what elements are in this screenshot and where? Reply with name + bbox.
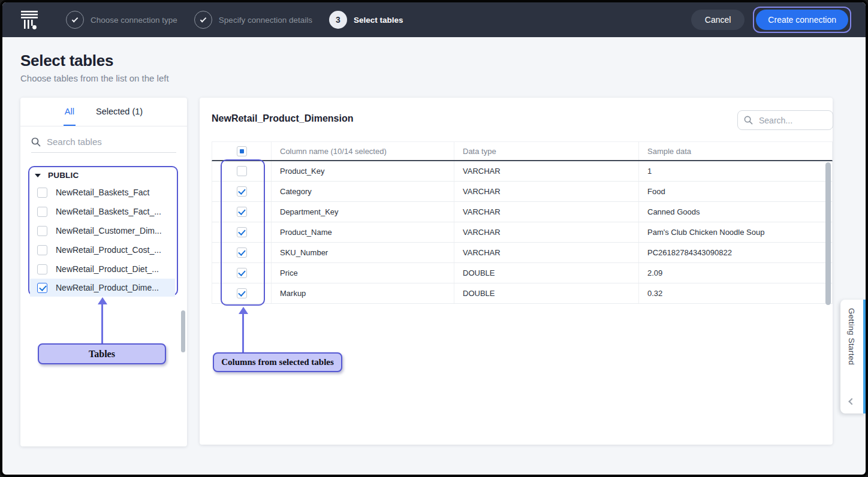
column-row[interactable]: Markup DOUBLE 0.32 (212, 283, 833, 304)
getting-started-tab[interactable]: Getting Started (840, 300, 866, 413)
column-name-cell: Price (272, 263, 454, 283)
tables-annotation-arrowhead (98, 297, 107, 304)
top-navbar: Choose connection type Specify connectio… (2, 2, 866, 37)
schema-node-public[interactable]: PUBLIC (35, 171, 79, 180)
column-name-cell: Product_Key (272, 161, 454, 181)
column-row[interactable]: Price DOUBLE 2.09 (212, 263, 833, 283)
step2-check-icon (194, 11, 212, 29)
column-checkbox[interactable] (237, 186, 247, 197)
search-tables-field[interactable] (31, 131, 176, 153)
caret-down-icon[interactable] (35, 174, 41, 177)
sample-data-cell: PC26182784343090822 (639, 243, 832, 262)
column-name-cell: Category (272, 182, 454, 201)
table-checkbox[interactable] (37, 188, 47, 198)
sample-data-cell: Pam's Club Chicken Noodle Soup (639, 222, 832, 242)
table-checkbox[interactable] (37, 264, 47, 274)
column-checkbox[interactable] (237, 227, 247, 237)
data-type-cell: VARCHAR (454, 243, 639, 262)
search-icon (744, 116, 753, 125)
page-title: Select tables (20, 52, 113, 70)
step2-label: Specify connection details (219, 16, 312, 25)
chevron-left-icon[interactable] (848, 398, 855, 404)
page-subtitle: Choose tables from the list on the left (20, 73, 169, 83)
column-checkbox[interactable] (237, 207, 247, 217)
column-name-cell: SKU_Number (272, 243, 454, 262)
search-tables-input[interactable] (47, 137, 176, 147)
table-name: NewRetail_Baskets_Fact (56, 188, 149, 197)
getting-started-stripe (863, 300, 866, 413)
column-row[interactable]: Category VARCHAR Food (212, 182, 833, 202)
tables-annotation-label: Tables (38, 343, 166, 364)
step-select-tables[interactable]: 3 Select tables (329, 11, 403, 29)
sample-data-cell: Canned Goods (639, 202, 832, 222)
columns-table-header: Column name (10/14 selected) Data type S… (212, 141, 833, 161)
table-checkbox[interactable] (37, 245, 47, 255)
data-type-cell: DOUBLE (454, 283, 639, 303)
search-columns-field[interactable] (737, 110, 833, 130)
table-list-item-selected[interactable]: NewRetail_Product_Dime... (30, 279, 175, 297)
table-checkbox[interactable] (37, 226, 47, 236)
sample-data-cell: 0.32 (639, 283, 832, 303)
table-checkbox[interactable] (37, 207, 47, 217)
create-connection-annotation-outline: Create connection (753, 7, 851, 33)
columns-annotation-label: Columns from selected tables (213, 352, 342, 372)
column-row[interactable]: SKU_Number VARCHAR PC26182784343090822 (212, 243, 833, 263)
step3-number: 3 (329, 11, 347, 29)
column-checkbox[interactable] (237, 268, 247, 278)
step3-label: Select tables (354, 16, 403, 25)
columns-panel: NewRetail_Product_Dimension Column name … (200, 98, 833, 445)
column-name-cell: Department_Key (272, 202, 454, 222)
column-row[interactable]: Department_Key VARCHAR Canned Goods (212, 202, 833, 222)
columns-annotation-arrowhead (239, 307, 248, 314)
search-icon (31, 137, 41, 147)
columns-table: Column name (10/14 selected) Data type S… (212, 141, 833, 304)
data-type-cell: DOUBLE (454, 263, 639, 283)
table-list-item[interactable]: NewRetail_Product_Cost_... (30, 240, 176, 259)
thoughtspot-logo-icon (20, 9, 38, 31)
tables-panel: All Selected (1) PUBLIC NewRetail_Basket… (20, 98, 187, 446)
column-row[interactable]: Product_Key VARCHAR 1 (212, 161, 833, 182)
data-type-cell: VARCHAR (454, 202, 639, 222)
column-checkbox[interactable] (237, 166, 247, 176)
schema-name: PUBLIC (48, 171, 79, 180)
tab-selected[interactable]: Selected (1) (95, 98, 144, 126)
table-list-item[interactable]: NewRetail_Baskets_Fact (30, 183, 176, 202)
sample-data-header: Sample data (639, 142, 832, 160)
column-checkbox[interactable] (237, 247, 247, 258)
create-connection-button[interactable]: Create connection (756, 10, 848, 30)
cancel-button[interactable]: Cancel (691, 10, 745, 30)
step1-check-icon (66, 11, 84, 29)
app-window: Choose connection type Specify connectio… (0, 0, 868, 477)
table-name: NewRetail_Product_Cost_... (56, 245, 161, 255)
column-name-cell: Product_Name (272, 222, 454, 242)
sample-data-cell: 2.09 (639, 263, 832, 283)
column-checkbox[interactable] (237, 288, 247, 298)
tab-all[interactable]: All (64, 98, 76, 126)
step-choose-connection-type[interactable]: Choose connection type (66, 11, 177, 29)
data-type-cell: VARCHAR (454, 161, 639, 181)
table-name: NewRetail_Baskets_Fact_... (56, 207, 161, 216)
step1-label: Choose connection type (91, 16, 177, 25)
table-name: NewRetail_Customer_Dim... (56, 226, 162, 236)
column-row[interactable]: Product_Name VARCHAR Pam's Club Chicken … (212, 222, 833, 243)
table-list-item[interactable]: NewRetail_Product_Diet_... (30, 259, 176, 279)
columns-table-scrollbar[interactable] (825, 162, 831, 305)
tables-annotation-arrow (101, 304, 103, 344)
table-list-item[interactable]: NewRetail_Baskets_Fact_... (30, 202, 176, 221)
sample-data-cell: Food (639, 182, 832, 201)
data-type-cell: VARCHAR (454, 222, 639, 242)
step-specify-connection-details[interactable]: Specify connection details (194, 11, 312, 29)
tables-panel-tabs: All Selected (1) (20, 98, 187, 126)
left-panel-scrollbar[interactable] (181, 310, 185, 352)
select-all-checkbox[interactable] (237, 146, 247, 156)
selected-table-title: NewRetail_Product_Dimension (212, 113, 354, 124)
table-list-item[interactable]: NewRetail_Customer_Dim... (30, 221, 176, 240)
sample-data-cell: 1 (639, 161, 832, 181)
getting-started-label: Getting Started (847, 308, 856, 365)
columns-annotation-arrow (242, 314, 244, 352)
data-type-header: Data type (454, 142, 639, 160)
column-name-header: Column name (10/14 selected) (272, 142, 454, 160)
search-columns-input[interactable] (759, 116, 827, 125)
table-checkbox[interactable] (37, 283, 47, 293)
table-name: NewRetail_Product_Diet_... (56, 264, 159, 274)
